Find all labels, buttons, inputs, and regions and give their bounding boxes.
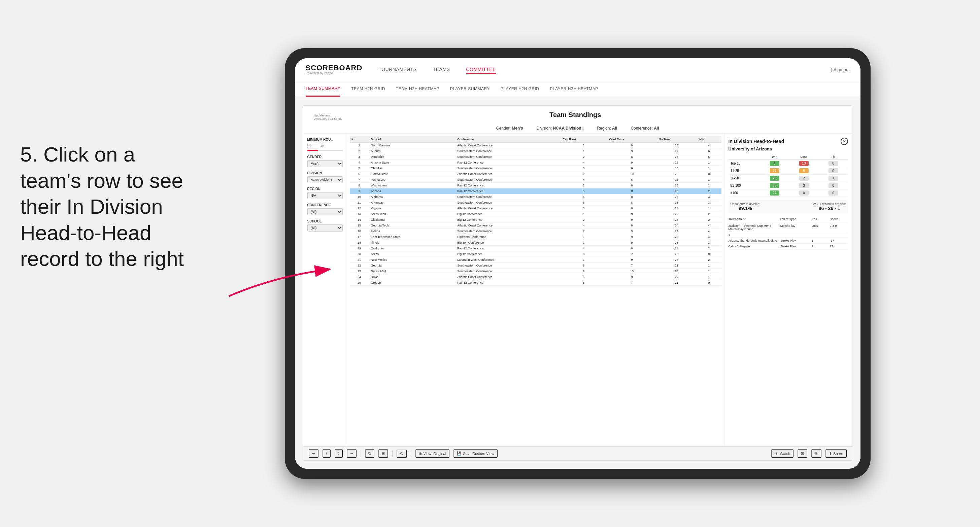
copy-button[interactable]: ⧉ [365,449,374,458]
table-row[interactable]: 15 Georgia Tech Atlantic Coast Conferenc… [350,223,721,229]
tournament-row: Jackson T. Stephens Cup Men's Match-Play… [729,223,848,232]
app-panel: Update time: 27/03/2024 15:56:26 Team St… [303,105,853,461]
table-row[interactable]: 25 Oregon Pac-12 Conference 5 7 21 0 [350,280,721,286]
filter-division: Division NCAA Division I [307,171,343,183]
filter-conference: Conference (All) [307,203,343,215]
tablet-frame: SCOREBOARD Powered by clippd TOURNAMENTS… [285,48,870,479]
table-row[interactable]: 17 East Tennessee State Southern Confere… [350,234,721,240]
filter-gender: Gender Men's [307,155,343,167]
table-row[interactable]: 6 Florida State Atlantic Coast Conferenc… [350,171,721,177]
sub-nav-team-h2h-heatmap[interactable]: TEAM H2H HEATMAP [396,81,439,97]
sub-nav-team-h2h-grid[interactable]: TEAM H2H GRID [351,81,385,97]
table-row[interactable]: 24 Duke Atlantic Coast Conference 5 9 27… [350,274,721,280]
h2h-title: In Division Head-to-Head [729,139,784,144]
step-back-button[interactable]: ⟨ [323,449,331,458]
sign-out[interactable]: | Sign out [831,67,850,72]
sub-nav-player-h2h-heatmap[interactable]: PLAYER H2H HEATMAP [550,81,598,97]
conference-select[interactable]: (All) [307,208,343,215]
panel-header: Update time: 27/03/2024 15:56:26 Team St… [303,106,852,133]
gender-meta: Gender: Men's [496,126,523,130]
step-forward-button[interactable]: ⟩ [335,449,343,458]
conference-meta: Conference: All [630,126,659,130]
table-row[interactable]: 2 Auburn Southeastern Conference 1 9 27 … [350,148,721,154]
standings-table: # School Conference Reg Rank Conf Rank N… [350,136,721,286]
table-row[interactable]: 1 North Carolina Atlantic Coast Conferen… [350,143,721,148]
share-icon: ⬆ [829,451,832,456]
main-content: Update time: 27/03/2024 15:56:26 Team St… [295,97,861,469]
table-header-row: # School Conference Reg Rank Conf Rank N… [350,136,721,143]
h2h-panel: In Division Head-to-Head ✕ University of… [724,133,852,446]
tournament-row: Arizona Thunderbirds Intercollegiate Str… [729,238,848,244]
col-conf-rank: Conf Rank [607,136,657,143]
close-button[interactable]: ✕ [841,138,848,145]
table-row[interactable]: 3 Vanderbilt Southeastern Conference 2 8… [350,154,721,160]
h2h-header: In Division Head-to-Head ✕ [729,138,848,145]
region-meta: Region: All [597,126,617,130]
logo-text: SCOREBOARD [306,64,363,72]
outer-wrapper: 5. Click on a team's row to see their In… [0,0,980,527]
eye-icon: 👁 [775,452,778,456]
top-nav: SCOREBOARD Powered by clippd TOURNAMENTS… [295,58,861,81]
update-time: Update time: 27/03/2024 15:56:26 [310,111,346,123]
table-row[interactable]: 16 Florida Southeastern Conference 7 9 2… [350,229,721,234]
col-no-tour: No Tour [657,136,697,143]
nav-teams[interactable]: TEAMS [433,65,450,74]
instruction-text: 5. Click on a team's row to see their In… [20,141,195,272]
h2h-stats: Opponents in division: 99.1% W-L-T recor… [729,200,848,213]
share-button[interactable]: ⬆ Share [826,449,846,458]
grid-button[interactable]: ⊞ [379,449,388,458]
watch-button[interactable]: 👁 Watch [771,449,794,458]
region-select[interactable]: N/A [307,192,343,199]
sub-nav-team-summary[interactable]: TEAM SUMMARY [306,81,341,97]
table-row[interactable]: 13 Texas Tech Big 12 Conference 1 9 27 2 [350,211,721,217]
undo-button[interactable]: ↩ [309,449,318,458]
save-custom-button[interactable]: 💾 Save Custom View [453,449,498,458]
sub-nav-player-h2h-grid[interactable]: PLAYER H2H GRID [501,81,539,97]
min-rounds-input[interactable] [307,143,319,148]
h2h-row: 51-100 20 3 0 [729,182,848,189]
tablet-screen: SCOREBOARD Powered by clippd TOURNAMENTS… [295,58,861,469]
sub-nav-player-summary[interactable]: PLAYER SUMMARY [450,81,490,97]
filter-school: School (All) [307,219,343,232]
table-row[interactable]: 21 New Mexico Mountain West Conference 1… [350,257,721,263]
table-row[interactable]: 23 Texas A&M Southeastern Conference 9 1… [350,268,721,274]
h2h-col-tie: Tie [818,154,848,160]
redo-button[interactable]: ↪ [347,449,356,458]
division-select[interactable]: NCAA Division I [307,176,343,183]
logo-area: SCOREBOARD Powered by clippd [306,64,363,75]
table-row[interactable]: 9 Arizona Pac-12 Conference 5 8 23 2 [350,189,721,194]
toolbar-separator-1 [361,450,361,457]
clock-button[interactable]: ⏱ [396,449,407,458]
table-row[interactable]: 22 Georgia Southeastern Conference 8 7 2… [350,263,721,268]
table-row[interactable]: 10 Alabama Southeastern Conference 5 8 2… [350,194,721,200]
panel-title: Team Standings [549,111,601,119]
school-select[interactable]: (All) [307,224,343,232]
division-meta: Division: NCAA Division I [537,126,584,130]
sub-nav: TEAM SUMMARY TEAM H2H GRID TEAM H2H HEAT… [295,81,861,97]
table-row[interactable]: 12 Virginia Atlantic Coast Conference 3 … [350,206,721,211]
nav-committee[interactable]: COMMITTEE [466,65,496,74]
panel-body: Minimum Rou... 20 Gender [303,133,852,446]
table-row[interactable]: 5 Ole Miss Southeastern Conference 3 6 1… [350,165,721,171]
col-reg-rank: Reg Rank [560,136,607,143]
col-conference: Conference [455,136,560,143]
table-row[interactable]: 18 Illinois Big Ten Conference 1 9 23 3 [350,240,721,246]
toolbar: ↩ ⟨ ⟩ ↪ ⧉ ⊞ ⏱ ◉ View: Original [303,446,852,460]
nav-tournaments[interactable]: TOURNAMENTS [379,65,417,74]
settings-button[interactable]: ⚙ [811,449,821,458]
filter-min-rounds: Minimum Rou... 20 [307,138,343,151]
table-row[interactable]: 4 Arizona State Pac-12 Conference 4 9 26… [350,160,721,165]
gender-select[interactable]: Men's [307,160,343,167]
tournament-header: Tournament Event Type Pos Score [729,216,848,222]
h2h-opponents-stat: Opponents in division: 99.1% [730,202,760,211]
table-row[interactable]: 7 Tennessee Southeastern Conference 4 6 … [350,177,721,183]
table-row[interactable]: 11 Arkansas Southeastern Conference 6 8 … [350,200,721,206]
table-row[interactable]: 14 Oklahoma Big 12 Conference 2 9 26 2 [350,217,721,223]
table-row[interactable]: 19 California Pac-12 Conference 4 8 24 2 [350,246,721,251]
min-rounds-slider[interactable] [307,150,343,151]
view-original-button[interactable]: ◉ View: Original [415,449,450,458]
table-row[interactable]: 20 Texas Big 12 Conference 3 7 20 0 [350,251,721,257]
display-button[interactable]: ⊡ [797,449,807,458]
table-row[interactable]: 8 Washington Pac-12 Conference 2 8 23 1 [350,183,721,189]
table-area: # School Conference Reg Rank Conf Rank N… [347,133,724,446]
